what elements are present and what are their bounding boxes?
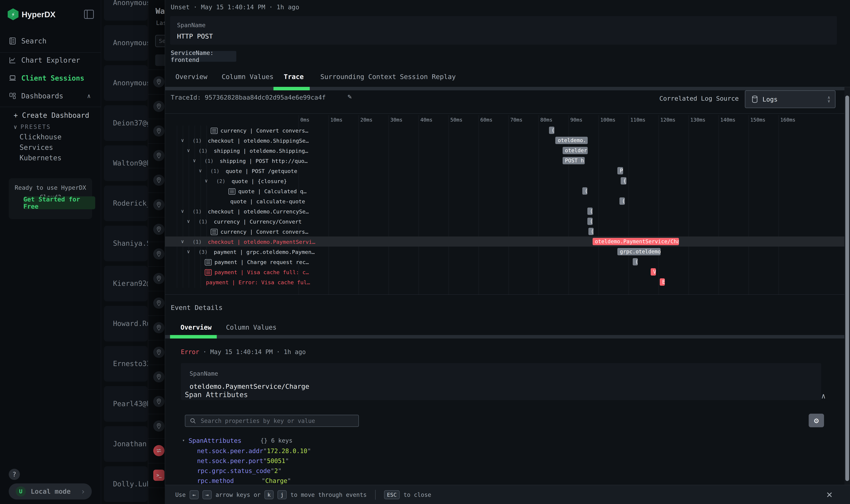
event-details-tab-column-values[interactable]: Column Values [226, 324, 276, 331]
session-list-item[interactable]: Roderick_S [104, 185, 147, 221]
span-duration-bar[interactable]: ( [549, 127, 555, 134]
kbd-right-arrow[interactable]: → [202, 490, 212, 499]
attributes-root-row[interactable]: ▾ SpanAttributes {} 6 keys [182, 437, 241, 444]
chevron-down-icon[interactable]: ∨ [187, 218, 190, 224]
span-duration-bar[interactable]: E [660, 278, 665, 286]
trace-span-row[interactable]: currency | Convert convers…( [165, 227, 850, 236]
pin-marker-icon[interactable] [153, 150, 164, 161]
trace-span-row[interactable]: ∨(2)quote | {closure}{ [165, 176, 850, 186]
span-duration-bar[interactable]: P [617, 167, 623, 174]
span-duration-bar[interactable]: V [651, 268, 656, 275]
trace-span-row[interactable]: ∨(1)shipping | oteldemo.Shipping…otelder [165, 145, 850, 156]
trace-span-row[interactable]: payment | Error: Visa cache ful…E [165, 277, 850, 287]
collapse-sidebar-icon[interactable] [84, 10, 94, 19]
pin-marker-icon[interactable] [153, 322, 164, 333]
pin-marker-icon[interactable] [153, 420, 164, 432]
trace-span-row[interactable]: payment | Charge request rec…( [165, 257, 850, 267]
tab-overview[interactable]: Overview [176, 73, 207, 80]
pin-marker-icon[interactable] [153, 347, 164, 358]
pin-marker-icon[interactable] [153, 224, 164, 235]
span-duration-bar[interactable]: { [621, 177, 627, 184]
pin-marker-icon[interactable] [153, 371, 164, 382]
tab-session-replay[interactable]: Session Replay [400, 73, 456, 80]
session-list-item[interactable]: Anonymous [104, 0, 147, 21]
trace-span-row[interactable]: ∨(1)checkout | oteldemo.PaymentServi…ote… [165, 236, 850, 247]
get-started-button[interactable]: Get Started for Free [23, 196, 95, 209]
kbd-j[interactable]: j [277, 490, 287, 499]
session-list-item[interactable]: Jonathan.E [104, 426, 147, 462]
attribute-row[interactable]: rpc.method"Charge" [197, 477, 291, 484]
sidebar-item-search[interactable]: Search [0, 35, 101, 47]
span-duration-bar[interactable]: oteldemo.PaymentService/Char [593, 238, 679, 245]
attribute-row[interactable]: net.sock.peer.addr"172.28.0.10" [197, 448, 311, 454]
session-list-item[interactable]: Ernesto33@ [104, 346, 147, 382]
close-icon[interactable]: × [826, 488, 833, 501]
local-mode-menu[interactable]: U Local mode › [9, 483, 92, 500]
pin-marker-icon[interactable] [153, 248, 164, 259]
session-list-item[interactable]: Anonymous [104, 25, 147, 61]
trace-span-row[interactable]: ∨(1)checkout | oteldemo.CurrencySe…( [165, 206, 850, 216]
sidebar-preset-clickhouse[interactable]: Clickhouse [20, 133, 61, 141]
span-duration-bar[interactable]: ( [582, 187, 587, 195]
span-duration-bar[interactable]: ( [633, 258, 638, 266]
kbd-k[interactable]: k [265, 490, 274, 499]
span-duration-bar[interactable]: otelder [563, 147, 588, 154]
span-duration-bar[interactable]: ( [587, 208, 592, 215]
trace-span-row[interactable]: currency | Convert convers…( [165, 125, 850, 135]
chevron-down-icon[interactable]: ∨ [181, 138, 184, 143]
exchange-marker-icon[interactable] [153, 445, 164, 456]
session-list-item[interactable]: Shaniya.Sc [104, 226, 147, 261]
terminal-marker-icon[interactable]: >_ [153, 470, 164, 481]
span-duration-bar[interactable]: grpc.oteldemo. [617, 248, 661, 255]
trace-span-row[interactable]: ∨(3)payment | grpc.oteldemo.Paymen…grpc.… [165, 247, 850, 257]
tab-trace[interactable]: Trace [284, 73, 304, 80]
session-list-item[interactable]: Pearl43@ho [104, 386, 147, 422]
trace-span-row[interactable]: ∨(1)checkout | oteldemo.ShippingSe…oteld… [165, 135, 850, 145]
session-list-item[interactable]: Anonymous [104, 65, 147, 101]
pin-marker-icon[interactable] [153, 273, 164, 284]
chevron-down-icon[interactable]: ∨ [193, 158, 196, 163]
attribute-row[interactable]: net.sock.peer.port"50051" [197, 457, 289, 464]
scrollbar-thumb[interactable] [845, 95, 849, 481]
pin-marker-icon[interactable] [153, 125, 164, 137]
span-duration-bar[interactable]: ( [587, 218, 592, 225]
pin-marker-icon[interactable] [153, 396, 164, 407]
pin-marker-icon[interactable] [153, 199, 164, 210]
sidebar-item-dashboards[interactable]: Dashboards∧ [0, 90, 101, 102]
chevron-up-icon[interactable]: ∧ [821, 392, 826, 400]
span-duration-bar[interactable]: oteldemo. [555, 137, 588, 144]
kbd-left-arrow[interactable]: ← [189, 490, 199, 499]
pin-marker-icon[interactable] [153, 298, 164, 309]
correlated-log-source-select[interactable]: Logs ∧∨ [745, 90, 835, 108]
span-duration-bar[interactable]: POST h [563, 157, 585, 164]
create-dashboard-button[interactable]: + Create Dashboard [14, 111, 89, 119]
tab-surrounding-context[interactable]: Surrounding Context [320, 73, 396, 80]
chevron-down-icon[interactable]: ∨ [199, 168, 202, 174]
kbd-esc[interactable]: ESC [384, 490, 400, 499]
pin-marker-icon[interactable] [153, 76, 164, 87]
sidebar-preset-services[interactable]: Services [20, 143, 53, 151]
chevron-down-icon[interactable]: ∨ [205, 178, 208, 184]
service-name-chip[interactable]: ServiceName: frontend [171, 51, 236, 62]
session-list-item[interactable]: Walton9@ho [104, 145, 147, 181]
trace-span-row[interactable]: payment | Visa cache full: c…V [165, 267, 850, 277]
chevron-down-icon[interactable]: ∨ [181, 208, 184, 214]
trace-span-row[interactable]: quote | calculate-quote( [165, 196, 850, 206]
help-button[interactable]: ? [9, 469, 20, 480]
chevron-down-icon[interactable]: ∨ [181, 238, 184, 244]
presets-header[interactable]: ∨ PRESETS [14, 124, 51, 130]
pencil-icon[interactable]: ✎ [347, 92, 352, 101]
event-details-tab-overview[interactable]: Overview [181, 324, 212, 331]
trace-span-row[interactable]: ∨(1)currency | Currency/Convert( [165, 216, 850, 227]
pin-marker-icon[interactable] [153, 101, 164, 112]
session-list-item[interactable]: Dolly.Lubo [104, 466, 147, 502]
session-list-item[interactable]: Deion37@gm [104, 105, 147, 141]
sidebar-item-chart-explorer[interactable]: Chart Explorer [0, 54, 101, 66]
span-duration-bar[interactable]: ( [619, 197, 625, 205]
trace-span-row[interactable]: quote | Calculated q…( [165, 186, 850, 196]
attribute-row[interactable]: rpc.grpc.status_code"2" [197, 467, 282, 474]
sidebar-item-client-sessions[interactable]: Client Sessions [0, 72, 101, 84]
chevron-down-icon[interactable]: ∨ [187, 249, 190, 254]
session-list-item[interactable]: Kieran92@h [104, 266, 147, 301]
pin-marker-icon[interactable] [153, 175, 164, 186]
